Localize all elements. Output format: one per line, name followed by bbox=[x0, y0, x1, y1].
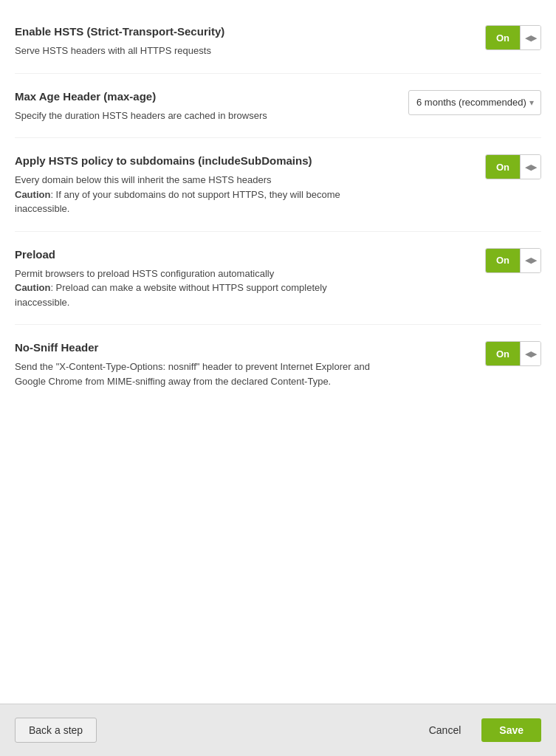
setting-desc-hsts-enable: Serve HSTS headers with all HTTPS reques… bbox=[15, 44, 377, 58]
toggle-subdomains[interactable]: On ◀▶ bbox=[485, 154, 541, 179]
setting-title-hsts-enable: Enable HSTS (Strict-Transport-Security) bbox=[15, 24, 377, 39]
setting-control-max-age: 1 month 3 months 6 months (recommended) … bbox=[408, 89, 541, 115]
setting-desc-no-sniff: Send the "X-Content-Type-Options: nosnif… bbox=[15, 360, 377, 388]
setting-row-hsts-enable: Enable HSTS (Strict-Transport-Security) … bbox=[15, 18, 541, 74]
setting-control-hsts-enable: On ◀▶ bbox=[485, 24, 541, 50]
select-max-age[interactable]: 1 month 3 months 6 months (recommended) … bbox=[408, 90, 541, 115]
footer-right: Cancel Save bbox=[416, 718, 541, 742]
caution-label-preload: Caution bbox=[15, 282, 50, 293]
toggle-arrows-hsts-enable[interactable]: ◀▶ bbox=[520, 26, 540, 49]
setting-control-subdomains: On ◀▶ bbox=[485, 153, 541, 179]
caution-text-preload: : Preload can make a website without HTT… bbox=[15, 282, 327, 308]
setting-row-subdomains: Apply HSTS policy to subdomains (include… bbox=[15, 138, 541, 232]
setting-row-preload: Preload Permit browsers to preload HSTS … bbox=[15, 232, 541, 326]
setting-title-no-sniff: No-Sniff Header bbox=[15, 340, 377, 355]
setting-control-no-sniff: On ◀▶ bbox=[485, 340, 541, 366]
toggle-preload[interactable]: On ◀▶ bbox=[485, 248, 541, 273]
select-wrapper-max-age: 1 month 3 months 6 months (recommended) … bbox=[408, 90, 541, 115]
toggle-on-button-hsts-enable[interactable]: On bbox=[486, 26, 520, 49]
setting-info-max-age: Max Age Header (max-age) Specify the dur… bbox=[15, 89, 399, 123]
footer-left: Back a step bbox=[15, 718, 97, 743]
setting-title-max-age: Max Age Header (max-age) bbox=[15, 89, 377, 104]
toggle-arrows-subdomains[interactable]: ◀▶ bbox=[520, 155, 540, 179]
setting-title-subdomains: Apply HSTS policy to subdomains (include… bbox=[15, 153, 377, 168]
toggle-on-button-subdomains[interactable]: On bbox=[486, 155, 520, 179]
toggle-arrows-preload[interactable]: ◀▶ bbox=[520, 249, 540, 272]
setting-row-no-sniff: No-Sniff Header Send the "X-Content-Type… bbox=[15, 325, 541, 403]
setting-row-max-age: Max Age Header (max-age) Specify the dur… bbox=[15, 74, 541, 139]
main-content: Enable HSTS (Strict-Transport-Security) … bbox=[0, 0, 556, 704]
setting-desc-subdomains: Every domain below this will inherit the… bbox=[15, 173, 377, 216]
setting-info-no-sniff: No-Sniff Header Send the "X-Content-Type… bbox=[15, 340, 399, 388]
toggle-no-sniff[interactable]: On ◀▶ bbox=[485, 341, 541, 366]
toggle-arrows-no-sniff[interactable]: ◀▶ bbox=[520, 342, 540, 365]
setting-title-preload: Preload bbox=[15, 247, 377, 262]
setting-desc-preload: Permit browsers to preload HSTS configur… bbox=[15, 267, 377, 310]
toggle-hsts-enable[interactable]: On ◀▶ bbox=[485, 25, 541, 50]
footer: Back a step Cancel Save bbox=[0, 704, 556, 756]
caution-label-subdomains: Caution bbox=[15, 189, 50, 200]
save-button[interactable]: Save bbox=[481, 718, 541, 742]
setting-info-hsts-enable: Enable HSTS (Strict-Transport-Security) … bbox=[15, 24, 399, 58]
setting-info-subdomains: Apply HSTS policy to subdomains (include… bbox=[15, 153, 399, 216]
back-button[interactable]: Back a step bbox=[15, 718, 97, 743]
setting-desc-max-age: Specify the duration HSTS headers are ca… bbox=[15, 109, 377, 123]
toggle-on-button-preload[interactable]: On bbox=[486, 249, 520, 272]
setting-info-preload: Preload Permit browsers to preload HSTS … bbox=[15, 247, 399, 310]
cancel-button[interactable]: Cancel bbox=[416, 718, 475, 742]
setting-control-preload: On ◀▶ bbox=[485, 247, 541, 273]
toggle-on-button-no-sniff[interactable]: On bbox=[486, 342, 520, 365]
caution-text-subdomains: : If any of your subdomains do not suppo… bbox=[15, 189, 340, 215]
